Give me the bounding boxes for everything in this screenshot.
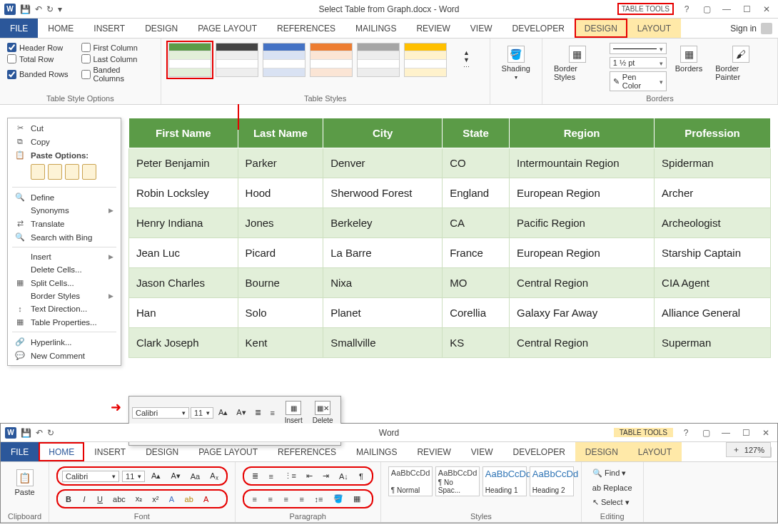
bullets-icon[interactable]: ≣ <box>251 406 265 419</box>
table-cell[interactable]: Archer <box>655 178 771 208</box>
cm-insert[interactable]: Insert▶ <box>8 250 121 263</box>
table-cell[interactable]: Archeologist <box>655 208 771 238</box>
tab-home[interactable]: HOME <box>38 19 84 38</box>
mini-size-combo[interactable]: 11▾ <box>191 407 213 419</box>
paste-text-only-icon[interactable] <box>82 164 96 180</box>
table-cell[interactable]: Hood <box>238 178 323 208</box>
table-cell[interactable]: Nixa <box>323 268 443 298</box>
sort-icon[interactable]: A↓ <box>335 470 352 483</box>
table-cell[interactable]: Robin Locksley <box>129 178 238 208</box>
table-cell[interactable]: Peter Benjamin <box>129 148 238 178</box>
table-cell[interactable]: Intermountain Region <box>510 148 655 178</box>
table-cell[interactable]: Alliance General <box>655 298 771 328</box>
line-spacing-icon[interactable]: ↕≡ <box>311 493 327 506</box>
table-style-gray[interactable] <box>357 43 400 77</box>
underline-icon[interactable]: U <box>94 493 106 506</box>
tab2-mailings[interactable]: MAILINGS <box>346 442 407 461</box>
table-cell[interactable]: European Region <box>510 178 655 208</box>
cm-table-properties[interactable]: ▦Table Properties... <box>8 315 121 329</box>
style-normal[interactable]: AaBbCcDd¶ Normal <box>388 466 433 496</box>
tab-file[interactable]: FILE <box>0 19 38 38</box>
table-cell[interactable]: CA <box>443 208 510 238</box>
style-no-spacing[interactable]: AaBbCcDd¶ No Spac... <box>435 466 480 496</box>
cm-hyperlink[interactable]: 🔗Hyperlink... <box>8 335 121 349</box>
borders-button[interactable]: ▦Borders <box>671 43 707 91</box>
table-cell[interactable]: Parker <box>238 148 323 178</box>
mini-insert-button[interactable]: ▦Insert <box>281 399 307 426</box>
table-style-orange[interactable] <box>310 43 353 77</box>
show-marks-icon[interactable]: ¶ <box>355 470 368 483</box>
cm-cut[interactable]: ✂Cut <box>8 121 121 135</box>
table-header[interactable]: First Name <box>129 118 238 148</box>
table-cell[interactable]: Denver <box>323 148 443 178</box>
align-left-icon[interactable]: ≡ <box>248 493 261 506</box>
style-heading-2[interactable]: AaBbCcDdHeading 2 <box>530 466 574 496</box>
table-style-blue[interactable] <box>263 43 305 77</box>
tab-mailings[interactable]: MAILINGS <box>345 19 406 38</box>
tab-table-layout[interactable]: LAYOUT <box>627 19 681 38</box>
ribbon-display-icon[interactable]: ▢ <box>699 4 714 14</box>
table-cell[interactable]: Jones <box>238 208 323 238</box>
document-table[interactable]: First NameLast NameCityStateRegionProfes… <box>128 118 771 358</box>
justify-icon[interactable]: ≡ <box>295 493 308 506</box>
table-cell[interactable]: Henry Indiana <box>129 208 238 238</box>
undo-icon-2[interactable]: ↶ <box>36 428 43 438</box>
tab-developer[interactable]: DEVELOPER <box>502 19 574 38</box>
gallery-more-button[interactable]: ▲▼⋯ <box>451 46 483 73</box>
redo-icon-2[interactable]: ↻ <box>47 428 54 438</box>
table-row[interactable]: Clark JosephKentSmallvilleKSCentral Regi… <box>129 328 771 358</box>
tab-design[interactable]: DESIGN <box>135 19 188 38</box>
redo-icon[interactable]: ↻ <box>46 4 54 14</box>
table-row[interactable]: Robin LocksleyHoodSherwood ForestEngland… <box>129 178 771 208</box>
table-cell[interactable]: KS <box>443 328 510 358</box>
subscript-icon[interactable]: x₂ <box>132 492 146 506</box>
pen-weight-combo[interactable]: 1 ½ pt <box>610 57 667 68</box>
table-cell[interactable]: Smallville <box>323 328 443 358</box>
italic-2-icon[interactable]: I <box>78 493 91 506</box>
cm-split-cells[interactable]: ▦Split Cells... <box>8 276 121 290</box>
check-total-row[interactable]: Total Row <box>7 54 69 63</box>
bold-2-icon[interactable]: B <box>62 493 75 506</box>
table-cell[interactable]: Central Region <box>510 328 655 358</box>
cm-delete-cells[interactable]: Delete Cells... <box>8 263 121 276</box>
tab2-home[interactable]: HOME <box>39 442 84 461</box>
cm-synonyms[interactable]: Synonyms▶ <box>8 204 121 217</box>
table-cell[interactable]: CIA Agent <box>655 268 771 298</box>
cm-new-comment[interactable]: 💬New Comment <box>8 349 121 362</box>
table-cell[interactable]: Galaxy Far Away <box>510 298 655 328</box>
cm-search-bing[interactable]: 🔍Search with Bing <box>8 230 121 244</box>
cm-border-styles[interactable]: Border Styles▶ <box>8 290 121 302</box>
minimize-icon[interactable]: ― <box>719 4 734 14</box>
help-icon[interactable]: ? <box>680 4 694 14</box>
help-icon-2[interactable]: ? <box>679 428 693 438</box>
table-header[interactable]: City <box>323 118 443 148</box>
ribbon-display-icon-2[interactable]: ▢ <box>699 428 713 438</box>
table-cell[interactable]: La Barre <box>323 238 443 268</box>
tab-insert[interactable]: INSERT <box>84 19 135 38</box>
table-row[interactable]: Jason CharlesBourneNixaMOCentral RegionC… <box>129 268 771 298</box>
maximize-icon-2[interactable]: ☐ <box>739 428 753 438</box>
tab-view[interactable]: VIEW <box>460 19 502 38</box>
maximize-icon[interactable]: ☐ <box>739 4 754 14</box>
mini-delete-button[interactable]: ▦✕Delete <box>308 399 338 426</box>
border-line-style[interactable] <box>610 43 667 54</box>
table-style-green[interactable] <box>168 43 211 77</box>
tab-references[interactable]: REFERENCES <box>267 19 345 38</box>
shrink-font-2-icon[interactable]: A▾ <box>167 469 183 483</box>
inc-indent-2-icon[interactable]: ⇥ <box>319 469 333 483</box>
table-cell[interactable]: Berkeley <box>323 208 443 238</box>
select-button[interactable]: ↖ Select ▾ <box>589 496 636 509</box>
table-row[interactable]: HanSoloPlanetCorelliaGalaxy Far AwayAlli… <box>129 298 771 328</box>
table-cell[interactable]: MO <box>443 268 510 298</box>
table-cell[interactable]: Sherwood Forest <box>323 178 443 208</box>
save-icon-2[interactable]: 💾 <box>21 428 31 438</box>
table-cell[interactable]: Kent <box>238 328 323 358</box>
table-cell[interactable]: Spiderman <box>655 148 771 178</box>
check-banded-rows[interactable]: Banded Rows <box>7 66 69 83</box>
table-row[interactable]: Peter BenjaminParkerDenverCOIntermountai… <box>129 148 771 178</box>
table-cell[interactable]: Jean Luc <box>129 238 238 268</box>
cm-copy[interactable]: ⧉Copy <box>8 135 121 148</box>
align-center-2-icon[interactable]: ≡ <box>264 493 277 506</box>
table-style-gold[interactable] <box>404 43 447 77</box>
numbering-2-icon[interactable]: ≡ <box>265 470 278 483</box>
